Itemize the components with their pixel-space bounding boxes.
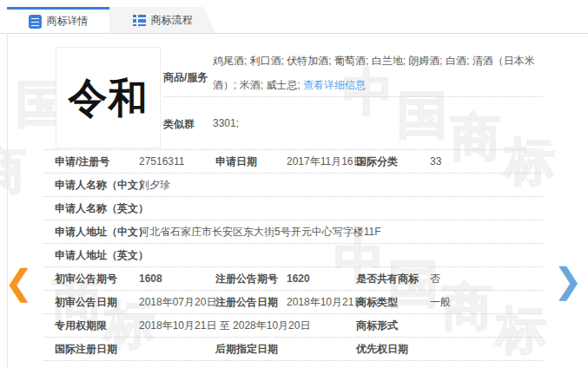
field-label: 申请/注册号	[55, 154, 139, 169]
field-label: 申请人名称（中文）	[55, 178, 139, 193]
field-value: 1620	[287, 273, 356, 285]
field-value: 2018年10月21日 至 2028年10月20日	[139, 319, 356, 333]
field-value: 2018年10月21日	[287, 295, 356, 310]
tab-label: 商标详情	[47, 14, 89, 29]
field-value: 1608	[139, 273, 215, 285]
field-label: 商标形式	[356, 319, 430, 333]
list-icon	[133, 14, 146, 26]
field-value: 33	[430, 155, 543, 168]
field-value: 27516311	[139, 155, 215, 168]
tab-trademark-process[interactable]: 商标流程	[109, 7, 215, 33]
field-value: 一般	[430, 295, 543, 310]
field-value: 2018年07月20日	[139, 295, 215, 310]
field-label: 是否共有商标	[356, 272, 430, 286]
goods-list: 鸡尾酒; 利口酒; 伏特加酒; 葡萄酒; 白兰地; 朗姆酒; 白酒; 清酒（日本…	[213, 55, 535, 91]
field-label: 注册公告日期	[215, 295, 287, 310]
dotted-divider	[163, 96, 543, 97]
table-row: 申请/注册号 27516311 申请日期 2017年11月16日 国际分类 33	[43, 150, 543, 174]
table-row: 申请人地址（英文）	[43, 244, 543, 267]
field-label: 专用权期限	[55, 319, 139, 333]
goods-services-label: 商品/服务	[163, 70, 208, 85]
field-label: 申请日期	[215, 154, 287, 169]
table-row: 申请人名称（英文）	[43, 197, 543, 220]
table-row: 申请人名称（中文） 刘夕珍	[43, 174, 543, 197]
similar-group-label: 类似群	[163, 117, 195, 132]
field-label: 商标类型	[356, 295, 430, 310]
tab-label: 商标流程	[151, 13, 193, 28]
field-label: 申请人地址（英文）	[55, 248, 139, 263]
panel-left-border	[7, 33, 8, 368]
field-label: 申请人地址（中文）	[55, 225, 139, 240]
table-row: 国际注册日期 后期指定日期 优先权日期	[43, 338, 543, 361]
field-value: 2017年11月16日	[287, 154, 356, 169]
trademark-detail-table: 申请/注册号 27516311 申请日期 2017年11月16日 国际分类 33…	[43, 149, 543, 361]
trademark-image: 令和	[56, 47, 161, 148]
field-label: 注册公告期号	[215, 272, 287, 286]
field-label: 初审公告日期	[55, 295, 139, 310]
field-label: 国际分类	[356, 154, 430, 169]
tabbar-divider	[0, 33, 588, 34]
field-label: 优先权日期	[356, 342, 430, 357]
table-row: 初审公告期号 1608 注册公告期号 1620 是否共有商标 否	[43, 267, 543, 291]
similar-group-value: 3301;	[213, 117, 239, 129]
field-value: 否	[430, 272, 543, 286]
field-label: 后期指定日期	[215, 342, 287, 357]
field-label: 申请人名称（英文）	[55, 201, 139, 216]
table-row: 专用权期限 2018年10月21日 至 2028年10月20日 商标形式	[43, 314, 543, 338]
document-icon	[29, 15, 42, 29]
table-row: 申请人地址（中文） 河北省石家庄市长安区东大街5号开元中心写字楼11F	[43, 220, 543, 244]
tab-bar: 商标详情 商标流程	[0, 7, 588, 33]
field-label: 国际注册日期	[55, 342, 139, 357]
goods-services-value: 鸡尾酒; 利口酒; 伏特加酒; 葡萄酒; 白兰地; 朗姆酒; 白酒; 清酒（日本…	[213, 49, 546, 97]
next-arrow-button[interactable]: ❯	[553, 263, 583, 298]
trademark-detail-page: 中 国 商 标 中 国 商 标 国 商 商 标 商标详情 商标流程 令和 商品/…	[0, 0, 588, 368]
tab-trademark-details[interactable]: 商标详情	[7, 7, 109, 33]
watermark-char: 商	[0, 137, 26, 205]
field-value: 刘夕珍	[139, 178, 543, 193]
field-label: 初审公告期号	[55, 272, 139, 286]
table-row: 初审公告日期 2018年07月20日 注册公告日期 2018年10月21日 商标…	[43, 291, 543, 314]
view-details-link[interactable]: 查看详细信息	[303, 79, 366, 91]
field-value: 河北省石家庄市长安区东大街5号开元中心写字楼11F	[139, 225, 543, 240]
prev-arrow-button[interactable]: ❮	[4, 265, 34, 299]
trademark-text: 令和	[69, 70, 149, 125]
